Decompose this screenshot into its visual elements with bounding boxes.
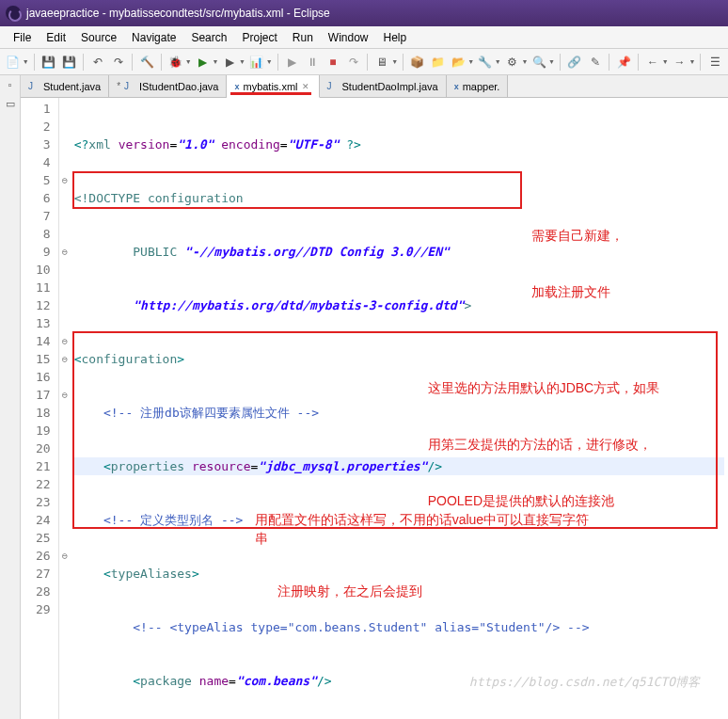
toolbar: 📄▼ 💾 💾 ↶ ↷ 🔨 🐞▼ ▶▼ ▶▼ 📊▼ ▶ ⏸ ■ ↷ 🖥▼ 📦 📁 … — [0, 49, 728, 75]
dropdown-icon[interactable]: ▼ — [548, 58, 555, 65]
separator — [367, 54, 368, 71]
menu-source[interactable]: Source — [73, 28, 124, 47]
menubar: File Edit Source Navigate Search Project… — [0, 26, 728, 49]
dirty-indicator: * — [117, 81, 120, 91]
eclipse-icon — [6, 6, 21, 21]
run-button[interactable]: ▶ — [194, 53, 213, 72]
dropdown-icon[interactable]: ▼ — [495, 58, 501, 65]
window-title: javaeepractice - mybatissecondtest/src/m… — [26, 7, 330, 20]
redo-button[interactable]: ↷ — [109, 53, 128, 72]
java-file-icon: J — [28, 81, 40, 92]
tab-label: IStudentDao.java — [139, 81, 218, 92]
dropdown-icon[interactable]: ▼ — [688, 58, 695, 65]
run-last-button[interactable]: ▶ — [220, 53, 239, 72]
build-button[interactable]: 🔨 — [137, 53, 156, 72]
tool-button[interactable]: ✎ — [586, 53, 605, 72]
resume-button[interactable]: ▶ — [283, 53, 302, 72]
tool-button[interactable]: 📌 — [614, 53, 633, 72]
dropdown-icon[interactable]: ▼ — [239, 58, 245, 65]
annotation-text: 串 — [255, 529, 268, 548]
menu-search[interactable]: Search — [183, 28, 234, 47]
menu-run[interactable]: Run — [285, 28, 321, 47]
separator — [609, 54, 609, 71]
line-number-gutter: 1234567891011121314151617181920212223242… — [21, 98, 59, 719]
tab-label: mybatis.xml — [243, 81, 297, 92]
tab-student-java[interactable]: J Student.java — [21, 75, 109, 97]
save-button[interactable]: 💾 — [40, 53, 58, 72]
annotation-text: 需要自己新建， 加载注册文件 — [531, 188, 624, 339]
tab-istudentdao-java[interactable]: * J IStudentDao.java — [109, 75, 227, 97]
dropdown-icon[interactable]: ▼ — [266, 58, 273, 65]
editor-tabs: J Student.java * J IStudentDao.java x my… — [21, 75, 728, 98]
minimize-icon[interactable]: ▭ — [3, 98, 18, 113]
coverage-button[interactable]: 📊 — [247, 53, 266, 72]
dropdown-icon[interactable]: ▼ — [662, 58, 669, 65]
separator — [161, 54, 162, 71]
new-server-button[interactable]: 🖥 — [372, 53, 391, 72]
suspend-button[interactable]: ⏸ — [303, 53, 322, 72]
forward-button[interactable]: → — [671, 53, 689, 72]
dropdown-icon[interactable]: ▼ — [467, 58, 474, 65]
red-underline-annotation — [230, 92, 311, 95]
menu-project[interactable]: Project — [234, 28, 284, 47]
dropdown-icon[interactable]: ▼ — [212, 58, 218, 65]
dropdown-icon[interactable]: ▼ — [391, 58, 398, 65]
terminate-button[interactable]: ■ — [324, 53, 342, 72]
fold-gutter: ⊖⊖⊖⊖⊖⊖ — [59, 98, 71, 719]
save-all-button[interactable]: 💾 — [59, 53, 78, 72]
menu-navigate[interactable]: Navigate — [124, 28, 183, 47]
undo-button[interactable]: ↶ — [88, 53, 107, 72]
step-button[interactable]: ↷ — [344, 53, 363, 72]
dropdown-icon[interactable]: ▼ — [185, 58, 192, 65]
back-button[interactable]: ← — [643, 53, 662, 72]
tool-button[interactable]: ☰ — [705, 53, 724, 72]
java-file-icon: J — [124, 81, 135, 92]
tool-button[interactable]: 🔗 — [565, 53, 584, 72]
separator — [403, 54, 404, 71]
separator — [560, 54, 561, 71]
new-button[interactable]: 📄 — [4, 53, 23, 72]
separator — [277, 54, 278, 71]
tool-button[interactable]: 📁 — [429, 53, 448, 72]
separator — [34, 54, 35, 71]
left-trim: ▫ ▭ — [0, 75, 21, 719]
separator — [83, 54, 84, 71]
tool-button[interactable]: 📦 — [408, 53, 427, 72]
tab-mapper[interactable]: x mapper. — [447, 75, 509, 97]
xml-file-icon: x — [454, 82, 459, 91]
separator — [638, 54, 639, 71]
tab-label: Student.java — [43, 81, 101, 92]
annotation-text: 注册映射，在之后会提到 — [277, 582, 422, 600]
dropdown-icon[interactable]: ▼ — [23, 58, 29, 65]
debug-button[interactable]: 🐞 — [166, 53, 185, 72]
restore-icon[interactable]: ▫ — [3, 79, 18, 94]
menu-edit[interactable]: Edit — [39, 28, 73, 47]
close-icon[interactable]: ✕ — [302, 82, 311, 91]
separator — [700, 54, 701, 71]
workspace: ▫ ▭ J Student.java * J IStudentDao.java … — [0, 75, 728, 719]
tab-label: StudentDaoImpl.java — [342, 81, 438, 92]
code-editor[interactable]: 1234567891011121314151617181920212223242… — [21, 98, 728, 719]
tab-label: mapper. — [463, 81, 500, 92]
menu-window[interactable]: Window — [321, 28, 376, 47]
tool-button[interactable]: 🔍 — [530, 53, 548, 72]
menu-file[interactable]: File — [6, 28, 39, 47]
menu-help[interactable]: Help — [376, 28, 415, 47]
window-titlebar: javaeepractice - mybatissecondtest/src/m… — [0, 0, 728, 26]
editor-area: J Student.java * J IStudentDao.java x my… — [21, 75, 728, 719]
code-content[interactable]: <?xml version="1.0" encoding="UTF-8" ?> … — [71, 98, 728, 719]
tool-button[interactable]: ⚙ — [503, 53, 522, 72]
separator — [132, 54, 133, 71]
dropdown-icon[interactable]: ▼ — [521, 58, 528, 65]
watermark: https://blog.csdn.net/q51CTO博客 — [469, 673, 700, 691]
java-file-icon: J — [327, 81, 339, 92]
xml-file-icon: x — [234, 82, 239, 91]
tool-button[interactable]: 🔧 — [476, 53, 495, 72]
tab-studentdaoimpl-java[interactable]: J StudentDaoImpl.java — [320, 75, 447, 97]
tool-button[interactable]: 📂 — [449, 53, 467, 72]
tab-mybatis-xml[interactable]: x mybatis.xml ✕ — [227, 75, 319, 98]
